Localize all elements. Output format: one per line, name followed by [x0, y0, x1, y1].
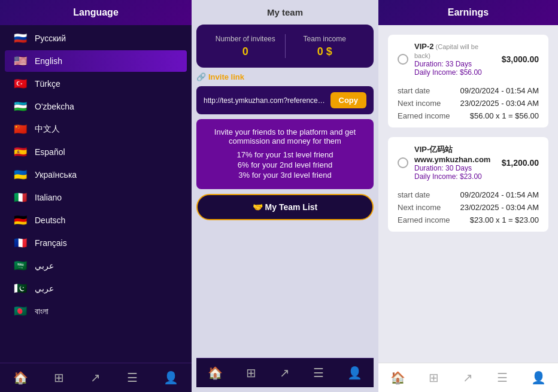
flag-en: 🇺🇸 [12, 55, 29, 67]
team-list-button[interactable]: 🤝 My Team List [196, 194, 374, 220]
lang-item-fr[interactable]: 🇫🇷Français [5, 232, 187, 254]
flag-tr: 🇹🇷 [12, 78, 29, 90]
vip-daily-0: Daily Income: $56.00 [414, 68, 496, 77]
row-label-1-2: Earned income [398, 215, 450, 224]
lang-label-es: Español [35, 147, 65, 157]
vip-amount-1: $1,200.00 [502, 158, 539, 168]
income-stat: Team income 0 $ [286, 35, 365, 58]
vip-name-1: VIP-亿码站 www.ymkuzhan.com [414, 144, 496, 164]
nav-icon-3[interactable]: ☰ [122, 368, 142, 387]
nav-icon-2[interactable]: ↗ [275, 363, 295, 382]
mid-panel: My team Number of invitees 0 Team income… [192, 0, 378, 392]
vip-duration-1: Duration: 30 Days [414, 164, 496, 172]
lang-item-de[interactable]: 🇩🇪Deutsch [5, 209, 187, 231]
earning-rows-0: start date 09/20/2024 - 01:54 AM Next in… [398, 81, 539, 120]
commission-main-text: Invite your friends to the platform and … [205, 127, 365, 145]
income-value: 0 $ [286, 45, 365, 58]
nav-icon-0[interactable]: 🏠 [203, 363, 228, 382]
row-label-0-0: start date [398, 86, 430, 95]
lang-item-it[interactable]: 🇮🇹Italiano [5, 187, 187, 208]
lang-item-tr[interactable]: 🇹🇷Türkçe [5, 73, 187, 95]
row-value-1-2: $23.00 x 1 = $23.00 [470, 215, 539, 224]
copy-button[interactable]: Copy [330, 92, 367, 108]
lang-label-ru: Русский [35, 34, 66, 43]
nav-icon-1[interactable]: ⊞ [241, 363, 261, 382]
invite-link-box: http://test.ymkuzhan.com?reference=18888… [196, 86, 374, 114]
nav-icon-4[interactable]: 👤 [526, 368, 551, 387]
flag-ar2: 🇵🇰 [12, 282, 29, 294]
lang-item-uz[interactable]: 🇺🇿O'zbekcha [5, 96, 187, 117]
right-panel: Earnings VIP-2 (Capital will be back) Du… [378, 0, 558, 392]
row-value-0-1: 23/02/2025 - 03:04 AM [460, 99, 539, 108]
lang-item-ar2[interactable]: 🇵🇰عربي [5, 278, 187, 299]
flag-fr: 🇫🇷 [12, 237, 29, 249]
lang-item-zh[interactable]: 🇨🇳中文人 [5, 118, 187, 140]
nav-icon-4[interactable]: 👤 [342, 363, 367, 382]
earning-row-0-0: start date 09/20/2024 - 01:54 AM [398, 86, 539, 95]
vip-header-1: VIP-亿码站 www.ymkuzhan.com Duration: 30 Da… [398, 144, 539, 181]
link-icon: 🔗 [196, 72, 206, 81]
lang-label-en: English [35, 56, 62, 66]
nav-icon-2[interactable]: ↗ [86, 368, 105, 387]
nav-icon-0[interactable]: 🏠 [386, 368, 410, 387]
lang-label-bn: বাংলা [35, 306, 48, 317]
lang-item-es[interactable]: 🇪🇸Español [5, 141, 187, 163]
nav-icon-1[interactable]: ⊞ [49, 368, 69, 387]
flag-bn: 🇧🇩 [12, 305, 29, 317]
nav-icon-1[interactable]: ⊞ [424, 368, 444, 387]
nav-icon-0[interactable]: 🏠 [8, 368, 33, 387]
earnings-content: VIP-2 (Capital will be back) Duration: 3… [378, 25, 558, 363]
flag-zh: 🇨🇳 [12, 123, 29, 135]
vip-radio-1[interactable] [398, 157, 408, 168]
lang-label-uk: Українська [35, 170, 77, 180]
lang-label-ar1: عربي [35, 261, 54, 271]
vip-name-0: VIP-2 (Capital will be back) [414, 42, 496, 60]
flag-uk: 🇺🇦 [12, 169, 29, 181]
right-header: Earnings [378, 0, 558, 25]
nav-icon-4[interactable]: 👤 [159, 368, 183, 387]
lang-label-uz: O'zbekcha [35, 102, 74, 111]
mid-spacer [196, 225, 374, 353]
lang-label-de: Deutsch [35, 215, 65, 225]
flag-it: 🇮🇹 [12, 192, 29, 203]
income-label: Team income [286, 35, 365, 43]
row-label-1-1: Next income [398, 203, 441, 212]
nav-icon-3[interactable]: ☰ [492, 368, 512, 387]
vip-header-0: VIP-2 (Capital will be back) Duration: 3… [398, 42, 539, 77]
flag-ar1: 🇸🇦 [12, 260, 29, 272]
row-label-0-2: Earned income [398, 111, 450, 120]
lang-item-ru[interactable]: 🇷🇺Русский [5, 28, 187, 49]
lang-item-bn[interactable]: 🇧🇩বাংলা [5, 300, 187, 322]
earning-card-0: VIP-2 (Capital will be back) Duration: 3… [388, 35, 548, 127]
invitees-stat: Number of invitees 0 [206, 35, 285, 58]
earning-row-0-1: Next income 23/02/2025 - 03:04 AM [398, 99, 539, 108]
nav-icon-3[interactable]: ☰ [308, 363, 329, 382]
row-label-1-0: start date [398, 190, 430, 199]
invite-link-label: 🔗 Invite link [196, 72, 374, 81]
lang-label-zh: 中文人 [35, 124, 60, 135]
mid-bottom-nav: 🏠⊞↗☰👤 [196, 358, 374, 387]
vip-duration-0: Duration: 33 Days [414, 60, 496, 68]
row-value-0-0: 09/20/2024 - 01:54 AM [460, 86, 539, 95]
lang-item-en[interactable]: 🇺🇸English [5, 50, 187, 72]
nav-icon-2[interactable]: ↗ [458, 368, 478, 387]
vip-radio-0[interactable] [398, 54, 408, 65]
earning-rows-1: start date 09/20/2024 - 01:54 AM Next in… [398, 186, 539, 224]
capital-note-0: (Capital will be back) [414, 43, 478, 59]
lang-label-it: Italiano [35, 193, 62, 202]
vip-info-0: VIP-2 (Capital will be back) Duration: 3… [414, 42, 496, 77]
mid-header: My team [196, 5, 374, 20]
language-list: 🇷🇺Русский🇺🇸English🇹🇷Türkçe🇺🇿O'zbekcha🇨🇳中… [0, 25, 192, 363]
earning-row-1-2: Earned income $23.00 x 1 = $23.00 [398, 215, 539, 224]
lang-label-ar2: عربي [35, 284, 54, 293]
earning-row-0-2: Earned income $56.00 x 1 = $56.00 [398, 111, 539, 120]
flag-de: 🇩🇪 [12, 214, 29, 226]
right-bottom-nav: 🏠⊞↗☰👤 [378, 363, 558, 392]
lang-item-uk[interactable]: 🇺🇦Українська [5, 164, 187, 186]
invitees-value: 0 [206, 45, 285, 58]
left-bottom-nav: 🏠⊞↗☰👤 [0, 363, 192, 392]
earning-row-1-0: start date 09/20/2024 - 01:54 AM [398, 190, 539, 199]
left-panel: Language 🇷🇺Русский🇺🇸English🇹🇷Türkçe🇺🇿O'z… [0, 0, 192, 392]
lang-item-ar1[interactable]: 🇸🇦عربي [5, 255, 187, 276]
left-panel-header: Language [0, 0, 192, 25]
